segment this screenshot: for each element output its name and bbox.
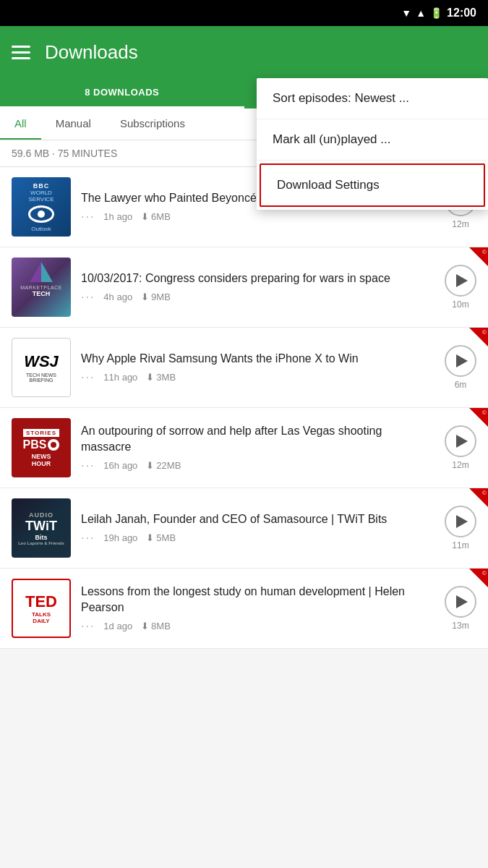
episode-age: 4h ago: [103, 292, 132, 302]
episode-meta: ··· 1h ago ⬇ 6MB: [81, 210, 435, 224]
play-button[interactable]: [445, 265, 476, 297]
play-icon: [456, 595, 468, 608]
play-button[interactable]: [445, 345, 476, 377]
episode-size: ⬇ 8MB: [141, 621, 171, 631]
play-button[interactable]: [445, 586, 476, 618]
play-icon: [456, 354, 468, 367]
episode-duration: 13m: [452, 621, 468, 631]
more-options-icon[interactable]: ···: [81, 532, 95, 545]
episode-content: Lessons from the longest study on human …: [81, 584, 435, 632]
episode-duration: 12m: [452, 460, 468, 470]
episode-age: 1d ago: [103, 621, 132, 631]
battery-icon: 🔋: [430, 7, 442, 19]
header: Downloads: [0, 26, 488, 78]
episode-meta: ··· 19h ago ⬇ 5MB: [81, 532, 435, 545]
episode-item: AUDIO TWiT Bits Leo Laporte & Friends Le…: [0, 488, 488, 569]
filter-subscriptions[interactable]: Subscriptions: [106, 109, 200, 140]
episode-meta: ··· 16h ago ⬇ 22MB: [81, 459, 435, 472]
play-icon: [456, 435, 468, 448]
episode-title: An outpouring of sorrow and help after L…: [81, 423, 435, 454]
episode-thumbnail: MARKETPLACE TECH: [12, 258, 71, 317]
episode-thumbnail: TED TALKS DAILY: [12, 579, 71, 638]
play-button-area: 10m: [445, 265, 476, 310]
app-wrapper: ▼ ▲ 🔋 12:00 Downloads 8 DOWNLOADS 1 QU..…: [0, 0, 488, 868]
episode-age: 1h ago: [103, 211, 132, 222]
play-button-area: 6m: [445, 345, 476, 390]
episode-duration: 6m: [455, 380, 467, 390]
corner-badge: ©: [469, 408, 488, 427]
episode-title: 10/03/2017: Congress considers preparing…: [81, 271, 435, 286]
episode-duration: 11m: [452, 540, 468, 550]
episode-content: An outpouring of sorrow and help after L…: [81, 423, 435, 472]
sort-episodes-item[interactable]: Sort episodes: Newest ...: [257, 78, 488, 119]
filter-all[interactable]: All: [0, 109, 41, 140]
play-button-area: 12m: [445, 425, 476, 470]
episode-item: WSJ TECH NEWSBRIEFING Why Apple Rival Sa…: [0, 328, 488, 408]
episode-meta: ··· 4h ago ⬇ 9MB: [81, 291, 435, 304]
episode-size: ⬇ 3MB: [146, 372, 176, 383]
episode-list: BBC WORLD SERVICE Outlook The Lawyer who…: [0, 167, 488, 649]
play-icon: [456, 274, 468, 287]
episode-item: MARKETPLACE TECH 10/03/2017: Congress co…: [0, 247, 488, 328]
status-time: 12:00: [447, 7, 476, 20]
play-button-area: 13m: [445, 586, 476, 631]
signal-icon: ▲: [416, 7, 426, 19]
episode-thumbnail: BBC WORLD SERVICE Outlook: [12, 177, 71, 237]
play-button[interactable]: [445, 425, 476, 457]
filter-manual[interactable]: Manual: [41, 109, 106, 140]
episode-size: ⬇ 5MB: [146, 532, 176, 543]
more-options-icon[interactable]: ···: [81, 371, 95, 384]
episode-thumbnail: AUDIO TWiT Bits Leo Laporte & Friends: [12, 498, 71, 558]
badge-icon: ©: [482, 570, 487, 576]
episode-meta: ··· 11h ago ⬇ 3MB: [81, 371, 435, 384]
download-settings-item[interactable]: Download Settings: [260, 163, 485, 207]
episode-title: Why Apple Rival Samsung Wants the iPhone…: [81, 351, 435, 367]
episode-title: Lessons from the longest study on human …: [81, 584, 435, 615]
badge-icon: ©: [482, 249, 487, 255]
episode-size: ⬇ 6MB: [141, 211, 171, 222]
episode-age: 19h ago: [103, 532, 137, 543]
episode-thumbnail: STORIES PBS NEWS HOUR: [12, 418, 71, 477]
badge-icon: ©: [482, 490, 487, 496]
episode-age: 11h ago: [103, 372, 137, 383]
episode-content: 10/03/2017: Congress considers preparing…: [81, 271, 435, 304]
page-title: Downloads: [45, 41, 476, 64]
info-bar-text: 59.6 MB · 75 MINUTES: [12, 148, 117, 159]
tab-downloads[interactable]: 8 DOWNLOADS: [0, 78, 244, 106]
dropdown-menu: Sort episodes: Newest ... Mark all (un)p…: [257, 78, 488, 210]
badge-icon: ©: [482, 329, 487, 336]
episode-meta: ··· 1d ago ⬇ 8MB: [81, 620, 435, 633]
play-button-area: 11m: [445, 506, 476, 550]
more-options-icon[interactable]: ···: [81, 291, 95, 304]
badge-icon: ©: [482, 409, 487, 416]
episode-size: ⬇ 22MB: [146, 460, 181, 471]
status-icons: ▼ ▲ 🔋 12:00: [401, 7, 476, 20]
corner-badge: ©: [469, 328, 488, 346]
episode-content: Leilah Janah, Founder and CEO of Samasou…: [81, 511, 435, 545]
wifi-icon: ▼: [401, 7, 411, 19]
episode-thumbnail: WSJ TECH NEWSBRIEFING: [12, 338, 71, 397]
more-options-icon[interactable]: ···: [81, 620, 95, 633]
episode-title: Leilah Janah, Founder and CEO of Samasou…: [81, 511, 435, 527]
episode-duration: 12m: [452, 219, 468, 229]
hamburger-menu-button[interactable]: [12, 46, 30, 59]
episode-duration: 10m: [452, 299, 468, 310]
corner-badge: ©: [469, 247, 488, 266]
episode-size: ⬇ 9MB: [141, 292, 171, 302]
play-button[interactable]: [445, 506, 476, 537]
corner-badge: ©: [469, 569, 488, 587]
episode-content: Why Apple Rival Samsung Wants the iPhone…: [81, 351, 435, 384]
corner-badge: ©: [469, 488, 488, 507]
play-icon: [456, 515, 468, 528]
mark-all-played-item[interactable]: Mark all (un)played ...: [257, 119, 488, 161]
status-bar: ▼ ▲ 🔋 12:00: [0, 0, 488, 26]
more-options-icon[interactable]: ···: [81, 459, 95, 472]
episode-item: TED TALKS DAILY Lessons from the longest…: [0, 569, 488, 649]
episode-item: STORIES PBS NEWS HOUR An outpouring of s…: [0, 408, 488, 488]
episode-age: 16h ago: [103, 460, 137, 471]
more-options-icon[interactable]: ···: [81, 210, 95, 224]
